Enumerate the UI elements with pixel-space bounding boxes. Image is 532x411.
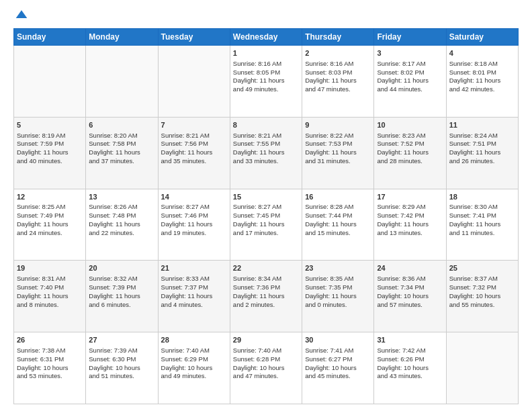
day-number: 15 — [233, 192, 299, 202]
calendar-header-row: SundayMondayTuesdayWednesdayThursdayFrid… — [14, 29, 519, 46]
calendar-cell: 24Sunrise: 8:36 AMSunset: 7:34 PMDayligh… — [374, 261, 446, 332]
day-number: 14 — [161, 192, 227, 202]
day-number: 12 — [17, 192, 83, 202]
day-number: 31 — [377, 335, 443, 345]
calendar-cell: 6Sunrise: 8:20 AMSunset: 7:58 PMDaylight… — [86, 117, 158, 189]
day-number: 2 — [305, 48, 371, 58]
day-number: 10 — [377, 120, 443, 130]
day-number: 23 — [305, 263, 371, 273]
calendar-cell: 29Sunrise: 7:40 AMSunset: 6:28 PMDayligh… — [230, 332, 302, 404]
day-number: 22 — [233, 263, 299, 273]
calendar-header-thursday: Thursday — [302, 29, 374, 46]
day-number: 1 — [233, 48, 299, 58]
calendar-cell: 25Sunrise: 8:37 AMSunset: 7:32 PMDayligh… — [446, 261, 518, 332]
calendar-cell: 22Sunrise: 8:34 AMSunset: 7:36 PMDayligh… — [230, 261, 302, 332]
calendar-cell: 2Sunrise: 8:16 AMSunset: 8:03 PMDaylight… — [302, 46, 374, 118]
day-number: 7 — [161, 120, 227, 130]
calendar-cell: 16Sunrise: 8:28 AMSunset: 7:44 PMDayligh… — [302, 189, 374, 261]
calendar-cell: 26Sunrise: 7:38 AMSunset: 6:31 PMDayligh… — [14, 332, 86, 404]
calendar-cell: 5Sunrise: 8:19 AMSunset: 7:59 PMDaylight… — [14, 117, 86, 189]
svg-marker-0 — [16, 10, 28, 18]
day-number: 8 — [233, 120, 299, 130]
header — [13, 11, 519, 21]
calendar-cell: 20Sunrise: 8:32 AMSunset: 7:39 PMDayligh… — [86, 261, 158, 332]
calendar-week-0: 1Sunrise: 8:16 AMSunset: 8:05 PMDaylight… — [14, 46, 519, 118]
calendar-week-2: 12Sunrise: 8:25 AMSunset: 7:49 PMDayligh… — [14, 189, 519, 261]
calendar-cell: 17Sunrise: 8:29 AMSunset: 7:42 PMDayligh… — [374, 189, 446, 261]
logo-icon — [15, 8, 28, 21]
calendar-cell: 19Sunrise: 8:31 AMSunset: 7:40 PMDayligh… — [14, 261, 86, 332]
calendar-cell: 27Sunrise: 7:39 AMSunset: 6:30 PMDayligh… — [86, 332, 158, 404]
day-number: 27 — [89, 335, 154, 345]
calendar-week-3: 19Sunrise: 8:31 AMSunset: 7:40 PMDayligh… — [14, 261, 519, 332]
day-number: 29 — [233, 335, 299, 345]
calendar-cell: 31Sunrise: 7:42 AMSunset: 6:26 PMDayligh… — [374, 332, 446, 404]
day-number: 6 — [89, 120, 154, 130]
calendar-header-tuesday: Tuesday — [158, 29, 230, 46]
day-number: 17 — [377, 192, 443, 202]
day-number: 3 — [377, 48, 443, 58]
calendar-cell: 23Sunrise: 8:35 AMSunset: 7:35 PMDayligh… — [302, 261, 374, 332]
calendar-table: SundayMondayTuesdayWednesdayThursdayFrid… — [13, 28, 519, 404]
day-number: 16 — [305, 192, 371, 202]
day-number: 18 — [449, 192, 515, 202]
calendar-header-saturday: Saturday — [446, 29, 518, 46]
calendar-cell: 14Sunrise: 8:27 AMSunset: 7:46 PMDayligh… — [158, 189, 230, 261]
calendar-header-sunday: Sunday — [14, 29, 86, 46]
day-number: 5 — [17, 120, 83, 130]
calendar-cell: 18Sunrise: 8:30 AMSunset: 7:41 PMDayligh… — [446, 189, 518, 261]
calendar-cell: 13Sunrise: 8:26 AMSunset: 7:48 PMDayligh… — [86, 189, 158, 261]
day-number: 25 — [449, 263, 515, 273]
day-number: 20 — [89, 263, 154, 273]
calendar-cell — [14, 46, 86, 118]
calendar-cell: 4Sunrise: 8:18 AMSunset: 8:01 PMDaylight… — [446, 46, 518, 118]
day-number: 26 — [17, 335, 83, 345]
calendar-header-friday: Friday — [374, 29, 446, 46]
calendar-cell: 7Sunrise: 8:21 AMSunset: 7:56 PMDaylight… — [158, 117, 230, 189]
calendar-header-wednesday: Wednesday — [230, 29, 302, 46]
logo — [13, 11, 28, 21]
calendar-cell: 30Sunrise: 7:41 AMSunset: 6:27 PMDayligh… — [302, 332, 374, 404]
page: SundayMondayTuesdayWednesdayThursdayFrid… — [0, 0, 532, 411]
calendar-cell — [86, 46, 158, 118]
day-number: 28 — [161, 335, 227, 345]
calendar-cell: 12Sunrise: 8:25 AMSunset: 7:49 PMDayligh… — [14, 189, 86, 261]
calendar-cell: 1Sunrise: 8:16 AMSunset: 8:05 PMDaylight… — [230, 46, 302, 118]
calendar-cell: 8Sunrise: 8:21 AMSunset: 7:55 PMDaylight… — [230, 117, 302, 189]
calendar-cell: 9Sunrise: 8:22 AMSunset: 7:53 PMDaylight… — [302, 117, 374, 189]
calendar-cell: 11Sunrise: 8:24 AMSunset: 7:51 PMDayligh… — [446, 117, 518, 189]
calendar-cell — [446, 332, 518, 404]
day-number: 9 — [305, 120, 371, 130]
calendar-cell: 15Sunrise: 8:27 AMSunset: 7:45 PMDayligh… — [230, 189, 302, 261]
calendar-week-1: 5Sunrise: 8:19 AMSunset: 7:59 PMDaylight… — [14, 117, 519, 189]
calendar-cell — [158, 46, 230, 118]
calendar-week-4: 26Sunrise: 7:38 AMSunset: 6:31 PMDayligh… — [14, 332, 519, 404]
calendar-cell: 28Sunrise: 7:40 AMSunset: 6:29 PMDayligh… — [158, 332, 230, 404]
day-number: 13 — [89, 192, 154, 202]
day-number: 4 — [449, 48, 515, 58]
calendar-cell: 3Sunrise: 8:17 AMSunset: 8:02 PMDaylight… — [374, 46, 446, 118]
day-number: 19 — [17, 263, 83, 273]
calendar-cell: 10Sunrise: 8:23 AMSunset: 7:52 PMDayligh… — [374, 117, 446, 189]
calendar-cell: 21Sunrise: 8:33 AMSunset: 7:37 PMDayligh… — [158, 261, 230, 332]
day-number: 24 — [377, 263, 443, 273]
calendar-header-monday: Monday — [86, 29, 158, 46]
day-number: 11 — [449, 120, 515, 130]
day-number: 21 — [161, 263, 227, 273]
day-number: 30 — [305, 335, 371, 345]
